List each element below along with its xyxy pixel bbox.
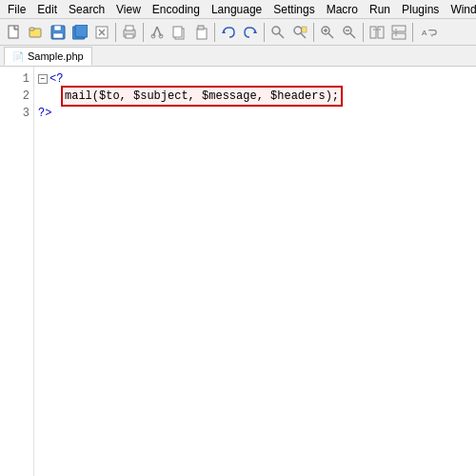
- svg-rect-39: [392, 26, 406, 31]
- separator-3: [214, 23, 215, 42]
- svg-marker-23: [253, 30, 257, 33]
- separator-7: [412, 23, 413, 42]
- separator-1: [115, 23, 116, 42]
- svg-rect-36: [370, 27, 376, 38]
- print-button[interactable]: [119, 22, 140, 43]
- svg-line-30: [328, 33, 333, 38]
- svg-rect-7: [75, 25, 88, 37]
- code-line-2: mail($to, $subject, $message, $headers);: [38, 88, 472, 105]
- svg-rect-40: [392, 33, 406, 39]
- zoom-in-button[interactable]: [317, 22, 338, 43]
- menu-settings[interactable]: Settings: [268, 2, 320, 17]
- open-button[interactable]: [26, 22, 47, 43]
- svg-marker-22: [222, 30, 226, 33]
- svg-line-34: [350, 33, 355, 38]
- editor: 1 2 3 − <? mail($to, $subject, $message,…: [0, 67, 476, 476]
- sync-h-button[interactable]: [388, 22, 409, 43]
- separator-4: [264, 23, 265, 42]
- menu-edit[interactable]: Edit: [31, 2, 63, 17]
- tab-file-icon: 📄: [12, 51, 24, 62]
- svg-line-25: [279, 33, 284, 38]
- menu-file[interactable]: File: [2, 2, 31, 17]
- tab-sample-php[interactable]: 📄 Sample.php: [4, 47, 92, 66]
- menu-language[interactable]: Language: [206, 2, 268, 17]
- separator-2: [143, 23, 144, 42]
- svg-marker-43: [430, 32, 432, 37]
- code-line-3: ?>: [38, 105, 472, 122]
- menu-window[interactable]: Window: [445, 2, 476, 17]
- line-number-3: 3: [4, 105, 30, 122]
- line-numbers: 1 2 3: [0, 67, 34, 476]
- menu-encoding[interactable]: Encoding: [147, 2, 206, 17]
- save-button[interactable]: [48, 22, 69, 43]
- menu-macro[interactable]: Macro: [321, 2, 364, 17]
- sync-v-button[interactable]: [367, 22, 387, 43]
- svg-rect-2: [30, 28, 34, 30]
- tabbar: 📄 Sample.php: [0, 46, 476, 67]
- svg-point-24: [272, 27, 280, 34]
- close-button[interactable]: [91, 22, 112, 43]
- undo-button[interactable]: [218, 22, 239, 43]
- highlighted-code: mail($to, $subject, $message, $headers);: [61, 86, 343, 107]
- svg-rect-0: [9, 26, 18, 38]
- redo-button[interactable]: [240, 22, 261, 43]
- svg-rect-20: [197, 29, 207, 39]
- code-area[interactable]: − <? mail($to, $subject, $message, $head…: [34, 67, 476, 476]
- separator-5: [313, 23, 314, 42]
- svg-rect-12: [126, 26, 133, 30]
- svg-rect-28: [302, 27, 307, 32]
- separator-6: [363, 23, 364, 42]
- tab-label: Sample.php: [28, 50, 84, 62]
- line-number-1: 1: [4, 70, 30, 88]
- menu-search[interactable]: Search: [63, 2, 110, 17]
- menu-run[interactable]: Run: [364, 2, 396, 17]
- svg-rect-21: [198, 26, 204, 30]
- svg-point-26: [294, 27, 302, 34]
- toolbar: A: [0, 19, 476, 46]
- fold-icon-1[interactable]: −: [38, 74, 48, 84]
- cut-button[interactable]: [147, 22, 168, 43]
- zoom-out-button[interactable]: [339, 22, 360, 43]
- copy-button[interactable]: [169, 22, 189, 43]
- paste-button[interactable]: [190, 22, 211, 43]
- svg-line-27: [301, 33, 306, 38]
- wrap-button[interactable]: A: [416, 22, 443, 43]
- save-all-button[interactable]: [69, 22, 90, 43]
- menu-view[interactable]: View: [110, 2, 147, 17]
- svg-rect-19: [173, 27, 182, 37]
- code-tag-close: ?>: [38, 105, 51, 122]
- find-in-files-button[interactable]: [289, 22, 310, 43]
- menubar: File Edit Search View Encoding Language …: [0, 0, 476, 19]
- find-button[interactable]: [268, 22, 288, 43]
- new-button[interactable]: [4, 22, 25, 43]
- menu-plugins[interactable]: Plugins: [396, 2, 445, 17]
- svg-rect-5: [53, 33, 63, 38]
- line-number-2: 2: [4, 88, 30, 105]
- svg-rect-37: [378, 27, 384, 38]
- svg-rect-13: [126, 34, 133, 38]
- svg-text:A: A: [422, 29, 427, 37]
- svg-rect-4: [54, 26, 61, 30]
